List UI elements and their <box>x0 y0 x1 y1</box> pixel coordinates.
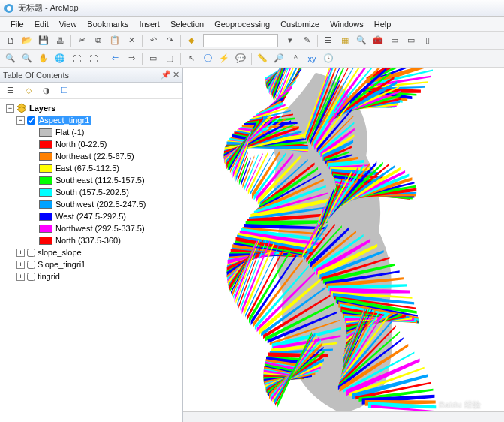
menu-geoprocessing[interactable]: Geoprocessing <box>210 18 274 30</box>
scale-input[interactable] <box>203 34 278 47</box>
map-canvas[interactable] <box>183 68 504 422</box>
color-swatch <box>39 176 52 185</box>
toc-icon[interactable]: ☰ <box>321 33 336 48</box>
print-icon[interactable]: 🖶 <box>52 33 68 48</box>
symbology-class[interactable]: North (0-22.5) <box>2 138 181 150</box>
class-label: North (337.5-360) <box>56 236 121 245</box>
layer-visibility-checkbox[interactable] <box>27 273 35 281</box>
fixed-zoom-in-icon[interactable]: ⛶ <box>69 51 84 66</box>
hyperlink-icon[interactable]: ⚡ <box>217 51 232 66</box>
layer-item[interactable]: +slope_slope <box>2 246 181 258</box>
symbology-class[interactable]: East (67.5-112.5) <box>2 162 181 174</box>
map-view[interactable]: Baidu 经验 jingyan.baidu.com <box>183 68 504 422</box>
clear-selection-icon[interactable]: ▢ <box>162 51 177 66</box>
color-swatch <box>39 213 52 221</box>
class-label: Southwest (202.5-247.5) <box>56 200 146 209</box>
toolbox-icon[interactable]: 🧰 <box>370 33 386 48</box>
symbology-class[interactable]: South (157.5-202.5) <box>2 186 181 198</box>
layer-aspect[interactable]: − Aspect_tingr1 <box>2 114 181 126</box>
symbology-class[interactable]: West (247.5-292.5) <box>2 210 181 222</box>
close-icon[interactable]: ✕ <box>172 70 179 80</box>
expander-icon[interactable]: − <box>16 116 25 125</box>
layer-label: slope_slope <box>38 248 82 257</box>
list-by-drawing-icon[interactable]: ☰ <box>3 83 18 98</box>
results-icon[interactable]: ▯ <box>420 33 435 48</box>
pan-icon[interactable]: ✋ <box>36 51 51 66</box>
zoom-in-icon[interactable]: 🔍 <box>3 51 18 66</box>
dropdown-icon[interactable]: ▾ <box>283 33 298 48</box>
color-swatch <box>39 225 52 233</box>
menu-bookmarks[interactable]: Bookmarks <box>82 18 133 30</box>
separator <box>180 35 181 47</box>
delete-icon[interactable]: ✕ <box>124 33 139 48</box>
open-icon[interactable]: 📂 <box>20 33 34 48</box>
select-elements-icon[interactable]: ↖ <box>184 51 199 66</box>
expander-icon[interactable]: + <box>16 249 25 257</box>
time-slider-icon[interactable]: 🕓 <box>321 51 336 66</box>
menu-insert[interactable]: Insert <box>134 18 164 30</box>
expander-icon[interactable]: + <box>16 273 25 281</box>
pin-icon[interactable]: 📌 <box>160 70 171 80</box>
expander-icon[interactable]: + <box>16 261 25 269</box>
class-label: Northeast (22.5-67.5) <box>56 152 134 161</box>
separator <box>70 35 71 47</box>
catalog-icon[interactable]: ▦ <box>338 33 352 48</box>
svg-point-1 <box>7 6 11 11</box>
copy-icon[interactable]: ⧉ <box>91 33 106 48</box>
identify-icon[interactable]: ⓘ <box>200 51 215 66</box>
menu-edit[interactable]: Edit <box>30 18 53 30</box>
symbology-class[interactable]: Southwest (202.5-247.5) <box>2 198 181 210</box>
symbology-class[interactable]: Flat (-1) <box>2 126 181 138</box>
layer-visibility-checkbox[interactable] <box>27 261 35 269</box>
symbology-class[interactable]: Southeast (112.5-157.5) <box>2 174 181 186</box>
separator <box>251 53 252 65</box>
new-doc-icon[interactable]: 🗋 <box>3 33 18 48</box>
zoom-out-icon[interactable]: 🔍 <box>20 51 34 66</box>
class-label: Flat (-1) <box>56 128 85 137</box>
menu-file[interactable]: File <box>6 18 28 30</box>
symbology-class[interactable]: Northeast (22.5-67.5) <box>2 150 181 162</box>
symbology-class[interactable]: Northwest (292.5-337.5) <box>2 222 181 234</box>
add-data-icon[interactable]: ◆ <box>184 33 199 48</box>
toc-header: Table Of Contents 📌 ✕ <box>0 68 182 83</box>
goto-xy-icon[interactable]: xy <box>304 51 320 66</box>
list-by-visibility-icon[interactable]: ◑ <box>39 83 54 98</box>
full-extent-icon[interactable]: 🌐 <box>52 51 68 66</box>
forward-extent-icon[interactable]: ⇒ <box>124 51 139 66</box>
menu-selection[interactable]: Selection <box>166 18 208 30</box>
menu-view[interactable]: View <box>55 18 82 30</box>
layer-item[interactable]: +tingrid <box>2 270 181 282</box>
select-features-icon[interactable]: ▭ <box>146 51 160 66</box>
list-by-source-icon[interactable]: ◇ <box>21 83 36 98</box>
paste-icon[interactable]: 📋 <box>107 33 122 48</box>
back-extent-icon[interactable]: ⇐ <box>107 51 122 66</box>
find-icon[interactable]: 🔎 <box>272 51 286 66</box>
layers-root[interactable]: − Layers <box>2 102 181 114</box>
layer-item[interactable]: +Slope_tingri1 <box>2 258 181 270</box>
expander-icon[interactable]: − <box>6 104 14 113</box>
cut-icon[interactable]: ✂ <box>74 33 89 48</box>
search-icon[interactable]: 🔍 <box>354 33 369 48</box>
window-title: 无标题 - ArcMap <box>18 2 79 14</box>
menu-help[interactable]: Help <box>370 18 396 30</box>
list-by-selection-icon[interactable]: ☐ <box>57 83 72 98</box>
undo-icon[interactable]: ↶ <box>146 33 160 48</box>
measure-icon[interactable]: 📏 <box>255 51 270 66</box>
redo-icon[interactable]: ↷ <box>162 33 177 48</box>
separator <box>104 53 104 65</box>
python-icon[interactable]: ▭ <box>387 33 402 48</box>
save-icon[interactable]: 💾 <box>36 33 51 48</box>
layer-visibility-checkbox[interactable] <box>27 249 35 257</box>
symbology-class[interactable]: North (337.5-360) <box>2 234 181 246</box>
menu-windows[interactable]: Windows <box>326 18 368 30</box>
layer-aspect-label[interactable]: Aspect_tingr1 <box>38 116 91 125</box>
layer-visibility-checkbox[interactable] <box>27 116 35 125</box>
fixed-zoom-out-icon[interactable]: ⛶ <box>86 51 100 66</box>
standard-toolbar: 🗋 📂 💾 🖶 ✂ ⧉ 📋 ✕ ↶ ↷ ◆ ▾ ✎ ☰ ▦ 🔍 🧰 ▭ ▭ ▯ <box>0 32 504 50</box>
find-route-icon[interactable]: ᴬ <box>288 51 303 66</box>
toc-tree[interactable]: − Layers − Aspect_tingr1 Flat (-1)North … <box>0 99 182 422</box>
editor-toolbar-icon[interactable]: ✎ <box>299 33 314 48</box>
menu-customize[interactable]: Customize <box>276 18 324 30</box>
html-popup-icon[interactable]: 💬 <box>233 51 248 66</box>
modelbuilder-icon[interactable]: ▭ <box>404 33 418 48</box>
